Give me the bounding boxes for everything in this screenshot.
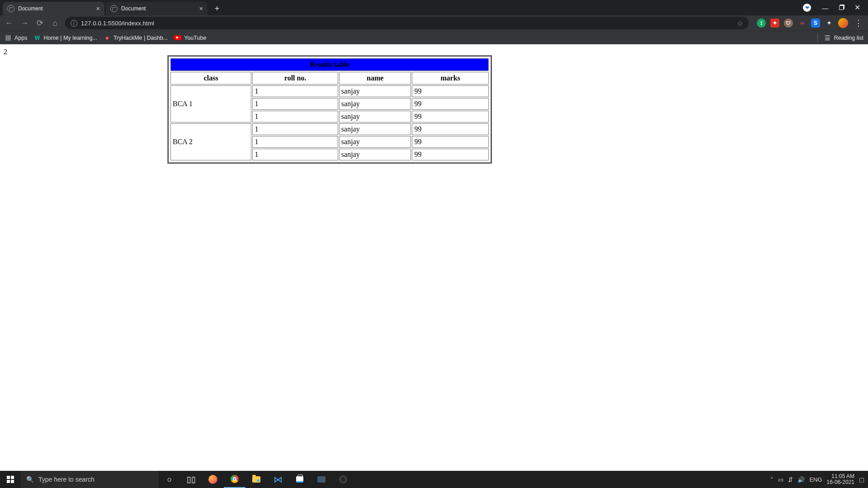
taskbar-search[interactable]: 🔍 Type here to search [21, 471, 159, 488]
obs-icon[interactable] [332, 471, 354, 488]
bookmark-divider [817, 33, 818, 42]
language-indicator[interactable]: ENG [809, 476, 822, 483]
cell-name: sanjay [339, 98, 411, 110]
task-view-icon[interactable]: ▯▯ [180, 471, 202, 488]
file-explorer-icon[interactable] [245, 471, 267, 488]
page-text: 2 [4, 48, 7, 56]
new-tab-button[interactable]: + [211, 2, 223, 15]
bookmark-label: Home | My learning... [44, 35, 98, 41]
extension-icon[interactable]: ✦ [770, 19, 779, 28]
bookmark-label: Reading list [834, 35, 863, 41]
reload-icon[interactable]: ⟳ [34, 18, 45, 28]
youtube-icon [174, 35, 181, 40]
cell-roll: 1 [252, 149, 338, 160]
cell-roll: 1 [252, 123, 338, 135]
window-close-icon[interactable]: ✕ [854, 5, 861, 11]
svg-rect-2 [7, 480, 10, 483]
table-title: Results table [170, 58, 489, 71]
bookmark-label: Apps [14, 35, 28, 41]
tab-strip: Document × Document × + ❤ ✕ [0, 0, 868, 15]
svg-rect-0 [7, 476, 10, 479]
browser-chrome: Document × Document × + ❤ ✕ ← → ⟳ ⌂ i 12… [0, 0, 868, 44]
bookmark-label: TryHackMe | Dashb... [113, 35, 168, 41]
tab-0[interactable]: Document × [3, 2, 104, 15]
chrome-icon[interactable] [224, 471, 245, 488]
bookmark-wiley[interactable]: W Home | My learning... [34, 34, 98, 42]
address-bar[interactable]: i 127.0.0.1:5500/indexx.html ☆ [65, 17, 749, 29]
action-center-icon[interactable]: ▢ [859, 476, 864, 483]
tab-1[interactable]: Document × [106, 2, 208, 15]
cell-marks: 99 [412, 123, 489, 135]
cell-roll: 1 [252, 111, 338, 122]
chrome-menu-icon[interactable]: ⋮ [853, 18, 864, 28]
clock[interactable]: 11:05 AM 16-06-2021 [827, 474, 854, 485]
tab-title: Document [121, 5, 196, 12]
table-row: BCA 21sanjay99 [170, 123, 489, 135]
extension-icon[interactable]: ∞ [797, 19, 807, 28]
close-icon[interactable]: × [199, 5, 203, 12]
svg-rect-1 [11, 476, 14, 479]
cell-roll: 1 [252, 98, 338, 110]
bookmark-label: YouTube [184, 35, 206, 41]
minimize-icon[interactable] [822, 3, 828, 9]
cell-class: BCA 2 [170, 123, 251, 160]
page-viewport: 2 Results table class roll no. name mark… [0, 44, 868, 471]
bookmark-apps[interactable]: Apps [5, 34, 28, 42]
tryhackme-icon: ◆ [104, 34, 111, 42]
reading-list-button[interactable]: ☰ Reading list [824, 34, 863, 42]
extension-icons: ⟟ ✦ 🛡 ∞ S ✦ ⋮ [753, 18, 864, 28]
cell-roll: 1 [252, 136, 338, 148]
cell-name: sanjay [339, 136, 411, 148]
table-row: BCA 11sanjay99 [170, 85, 489, 97]
globe-icon [110, 5, 118, 12]
home-icon[interactable]: ⌂ [50, 18, 61, 28]
address-bar-row: ← → ⟳ ⌂ i 127.0.0.1:5500/indexx.html ☆ ⟟… [0, 15, 868, 31]
volume-icon[interactable]: 🔊 [797, 476, 805, 483]
bookmarks-bar: Apps W Home | My learning... ◆ TryHackMe… [0, 31, 868, 44]
site-info-icon[interactable]: i [71, 20, 77, 27]
extension-icon[interactable]: S [811, 19, 820, 28]
close-icon[interactable]: × [96, 5, 100, 12]
globe-icon [7, 5, 14, 12]
apps-grid-icon [5, 34, 12, 42]
microsoft-store-icon[interactable] [289, 471, 311, 488]
url-text: 127.0.0.1:5500/indexx.html [81, 20, 154, 27]
taskbar-search-placeholder: Type here to search [38, 476, 94, 483]
update-badge-icon[interactable]: ❤ [803, 4, 811, 12]
cell-marks: 99 [412, 136, 489, 148]
clock-date: 16-06-2021 [827, 479, 854, 485]
app-icon[interactable] [311, 471, 332, 488]
battery-icon[interactable]: ▭ [778, 476, 783, 483]
wifi-icon[interactable]: ⇵ [788, 476, 793, 483]
cell-marks: 99 [412, 98, 489, 110]
cell-class: BCA 1 [170, 85, 251, 122]
vscode-icon[interactable]: ⋈ [267, 471, 289, 488]
tab-title: Document [18, 5, 93, 12]
profile-avatar[interactable] [838, 18, 848, 28]
extension-icon[interactable]: ⟟ [757, 19, 766, 28]
maximize-icon[interactable] [839, 5, 844, 10]
svg-rect-3 [11, 480, 14, 483]
cortana-icon[interactable]: ○ [159, 471, 180, 488]
bookmark-star-icon[interactable]: ☆ [737, 19, 743, 28]
bookmark-youtube[interactable]: YouTube [174, 35, 206, 41]
column-header-class: class [170, 72, 251, 84]
forward-icon[interactable]: → [19, 18, 30, 28]
bookmark-tryhackme[interactable]: ◆ TryHackMe | Dashb... [104, 34, 168, 42]
back-icon[interactable]: ← [4, 18, 14, 28]
cell-name: sanjay [339, 123, 411, 135]
cell-marks: 99 [412, 85, 489, 97]
start-button[interactable] [0, 476, 21, 483]
extension-icon[interactable]: 🛡 [784, 19, 793, 28]
firefox-icon[interactable] [202, 471, 224, 488]
column-header-roll: roll no. [252, 72, 338, 84]
cell-marks: 99 [412, 149, 489, 160]
cell-name: sanjay [339, 111, 411, 122]
cell-roll: 1 [252, 85, 338, 97]
extensions-menu-icon[interactable]: ✦ [825, 19, 834, 28]
cell-marks: 99 [412, 111, 489, 122]
results-table-wrapper: Results table class roll no. name marks … [167, 55, 492, 164]
tray-chevron-icon[interactable]: ˄ [770, 476, 774, 483]
windows-taskbar: 🔍 Type here to search ○ ▯▯ ⋈ ˄ ▭ ⇵ 🔊 ENG… [0, 471, 868, 488]
results-table: Results table class roll no. name marks … [170, 57, 490, 161]
